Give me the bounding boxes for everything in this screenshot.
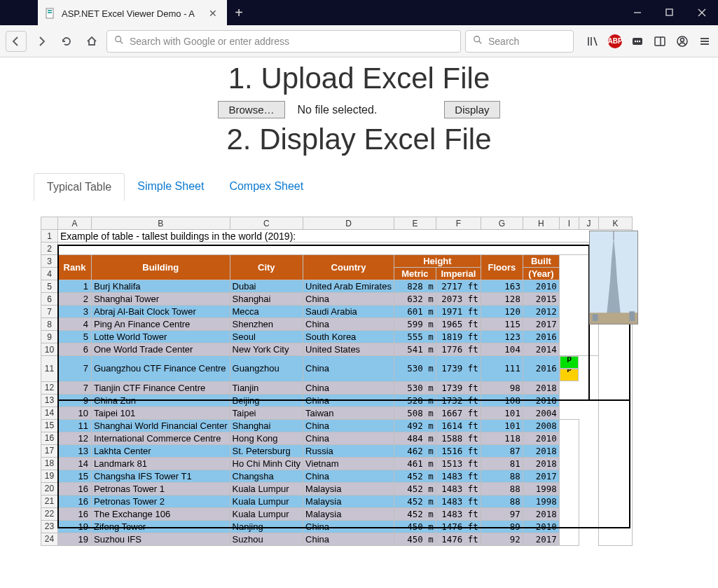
cell-city[interactable]: Shenzhen	[230, 318, 303, 331]
cell-floors[interactable]: 115	[481, 318, 523, 331]
cell-building[interactable]: Lakhta Center	[92, 444, 230, 457]
row-header[interactable]: 5	[41, 280, 58, 293]
col-header[interactable]: A	[58, 217, 92, 230]
cell-country[interactable]: China	[303, 419, 394, 432]
table-row[interactable]: 2319Zifeng TowerNanjingChina450 m1476 ft…	[41, 520, 633, 533]
row-header[interactable]: 14	[41, 406, 58, 419]
cell-rank[interactable]: 19	[58, 520, 92, 533]
cell-imperial[interactable]: 1732 ft	[436, 394, 481, 406]
hdr-height[interactable]: Height	[394, 255, 481, 268]
cell-year[interactable]: 2017	[523, 533, 559, 545]
cell-rank[interactable]: 7	[58, 381, 92, 394]
cell-year[interactable]: 2018	[523, 507, 559, 520]
cell-year[interactable]: 2010	[523, 432, 559, 444]
cell-year[interactable]: 2010	[523, 280, 559, 293]
row-header[interactable]: 1	[41, 230, 58, 242]
cell-metric[interactable]: 452 m	[394, 470, 436, 482]
table-row[interactable]: 1713Lakhta CenterSt. PetersburgRussia462…	[41, 444, 633, 457]
cell-metric[interactable]: 484 m	[394, 432, 436, 444]
table-row[interactable]: 73Abraj Al-Bait Clock TowerMeccaSaudi Ar…	[41, 306, 633, 318]
cell-floors[interactable]: 163	[481, 280, 523, 293]
cell-city[interactable]: Taipei	[230, 406, 303, 419]
table-row[interactable]: 62Shanghai TowerShanghaiChina632 m2073 f…	[41, 293, 633, 306]
cell-building[interactable]: Shanghai Tower	[92, 293, 230, 306]
cell-metric[interactable]: 450 m	[394, 533, 436, 545]
table-row[interactable]: 117Guangzhou CTF Finance CentreGuangzhou…	[41, 356, 633, 382]
cell-year[interactable]: 2015	[523, 293, 559, 306]
hdr-year[interactable]: (Year)	[523, 268, 559, 280]
display-button[interactable]: Display	[444, 101, 499, 118]
row-header[interactable]: 15	[41, 419, 58, 432]
cell-imperial[interactable]: 1483 ft	[436, 482, 481, 495]
col-header[interactable]: D	[303, 217, 394, 230]
cell-building[interactable]: Landmark 81	[92, 457, 230, 470]
cell-rank[interactable]: 3	[58, 306, 92, 318]
cell-country[interactable]: Vietnam	[303, 457, 394, 470]
table-row[interactable]: 84Ping An Finance CentreShenzhenChina599…	[41, 318, 633, 331]
cell-city[interactable]: Kuala Lumpur	[230, 507, 303, 520]
cell-building[interactable]: Taipei 101	[92, 406, 230, 419]
cell-building[interactable]: China Zun	[92, 394, 230, 406]
cell-year[interactable]: 2008	[523, 419, 559, 432]
cell-floors[interactable]: 108	[481, 394, 523, 406]
cell-country[interactable]: Malaysia	[303, 482, 394, 495]
cell-floors[interactable]: 98	[481, 381, 523, 394]
cell-floors[interactable]: 128	[481, 293, 523, 306]
hdr-built[interactable]: Built	[523, 255, 559, 268]
cell-country[interactable]: United Arab Emirates	[303, 280, 394, 293]
table-row[interactable]: 1410Taipei 101TaipeiTaiwan508 m1667 ft10…	[41, 406, 633, 419]
row-header[interactable]: 22	[41, 507, 58, 520]
cell-imperial[interactable]: 1739 ft	[436, 381, 481, 394]
cell-imperial[interactable]: 1819 ft	[436, 331, 481, 343]
cell-floors[interactable]: 123	[481, 331, 523, 343]
row-header[interactable]: 13	[41, 394, 58, 406]
cell-rank[interactable]: 9	[58, 394, 92, 406]
cell-city[interactable]: Changsha	[230, 470, 303, 482]
cell-year[interactable]: 1998	[523, 495, 559, 507]
cell-metric[interactable]: 555 m	[394, 331, 436, 343]
cell-floors[interactable]: 101	[481, 419, 523, 432]
row-header[interactable]: 6	[41, 293, 58, 306]
table-row[interactable]: 2116Petronas Tower 2Kuala LumpurMalaysia…	[41, 495, 633, 507]
cell-floors[interactable]: 104	[481, 343, 523, 356]
col-header[interactable]: F	[436, 217, 481, 230]
window-close-button[interactable]	[686, 0, 718, 25]
row-header[interactable]: 16	[41, 432, 58, 444]
cell-city[interactable]: Hong Kong	[230, 432, 303, 444]
table-row[interactable]: 106One World Trade CenterNew York CityUn…	[41, 343, 633, 356]
cell-rank[interactable]: 16	[58, 507, 92, 520]
row-header[interactable]: 17	[41, 444, 58, 457]
cell-city[interactable]: Tianjin	[230, 381, 303, 394]
cell-metric[interactable]: 632 m	[394, 293, 436, 306]
row-header[interactable]: 19	[41, 470, 58, 482]
cell-building[interactable]: Petronas Tower 1	[92, 482, 230, 495]
col-header[interactable]: E	[394, 217, 436, 230]
cell-rank[interactable]: 16	[58, 495, 92, 507]
home-button[interactable]	[81, 31, 102, 52]
row-header[interactable]: 18	[41, 457, 58, 470]
cell-building[interactable]: Zifeng Tower	[92, 520, 230, 533]
cell-country[interactable]: Saudi Arabia	[303, 306, 394, 318]
cell-metric[interactable]: 450 m	[394, 520, 436, 533]
cell-rank[interactable]: 7	[58, 356, 92, 382]
cell-metric[interactable]: 462 m	[394, 444, 436, 457]
cell-metric[interactable]: 452 m	[394, 482, 436, 495]
cell-country[interactable]: China	[303, 318, 394, 331]
cell-year[interactable]: 2018	[523, 457, 559, 470]
cell-metric[interactable]: 828 m	[394, 280, 436, 293]
cell-city[interactable]: New York City	[230, 343, 303, 356]
cell-building[interactable]: One World Trade Center	[92, 343, 230, 356]
hdr-metric[interactable]: Metric	[394, 268, 436, 280]
hdr-building[interactable]: Building	[92, 255, 230, 280]
cell-floors[interactable]: 118	[481, 432, 523, 444]
cell-year[interactable]: 2010	[523, 520, 559, 533]
cell-city[interactable]: Seoul	[230, 331, 303, 343]
row-header[interactable]: 8	[41, 318, 58, 331]
tab-compex-sheet[interactable]: Compex Sheet	[216, 173, 316, 201]
reload-button[interactable]	[56, 31, 77, 52]
cell-metric[interactable]: 528 m	[394, 394, 436, 406]
cell-country[interactable]: China	[303, 293, 394, 306]
cell-year[interactable]: 1998	[523, 482, 559, 495]
cell-metric[interactable]: 461 m	[394, 457, 436, 470]
table-row[interactable]: 2216The Exchange 106Kuala LumpurMalaysia…	[41, 507, 633, 520]
